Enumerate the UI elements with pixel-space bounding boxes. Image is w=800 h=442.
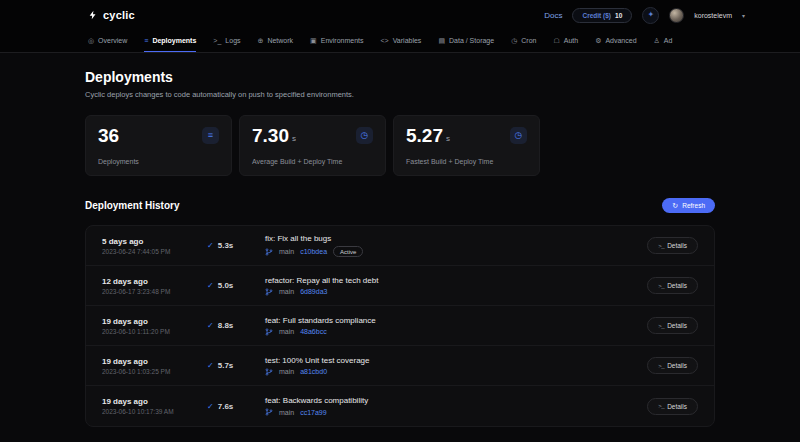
branch-name: main (279, 409, 294, 416)
terminal-icon: >_ (658, 283, 664, 289)
avatar[interactable] (669, 8, 684, 23)
refresh-icon: ↻ (672, 202, 678, 209)
details-button[interactable]: >_ Details (647, 357, 698, 374)
check-icon: ✓ (207, 321, 214, 330)
nav-tab-label: Cron (521, 37, 536, 44)
stat-value: 36 (98, 127, 119, 144)
nav-tab[interactable]: ⊕ Network (258, 30, 294, 53)
stat-value: 7.30 (252, 127, 289, 144)
details-label: Details (667, 282, 687, 289)
commit-message: refactor: Repay all the tech debt (265, 276, 647, 285)
relative-time: 5 days ago (102, 237, 207, 246)
page-title: Deployments (85, 69, 715, 85)
nav-tab[interactable]: ▣ Environments (310, 30, 363, 53)
git-branch-icon (265, 288, 273, 296)
stats-row: 36 ≡ Deployments 7.30 s ◷ (85, 115, 715, 176)
nav-tab-icon: ⚙ (595, 37, 601, 44)
stat-icon: ◷ (510, 127, 527, 144)
page-subtitle: Cyclic deploys changes to code automatic… (85, 90, 715, 99)
commit-message: feat: Backwards compatibility (265, 396, 647, 405)
details-button[interactable]: >_ Details (647, 317, 698, 334)
stat-card: 36 ≡ Deployments (85, 115, 232, 176)
nav-tab[interactable]: ◷ Cron (511, 30, 536, 53)
credit-badge[interactable]: Credit ($) 10 (572, 8, 632, 23)
relative-time: 19 days ago (102, 357, 207, 366)
sparkle-icon-button[interactable]: ✦ (642, 7, 659, 24)
check-icon: ✓ (207, 402, 214, 411)
branch-name: main (279, 288, 294, 295)
details-button[interactable]: >_ Details (647, 398, 698, 415)
details-label: Details (667, 242, 687, 249)
nav-tab-icon: >_ (213, 37, 221, 44)
build-duration: 5.3s (218, 241, 234, 250)
nav-tab[interactable]: ≡ Deployments (144, 30, 196, 53)
nav-tab-label: Network (267, 37, 293, 44)
stat-card: 7.30 s ◷ Average Build + Deploy Time (239, 115, 386, 176)
deployment-row: 19 days ago 2023-06-10 1:11:20 PM ✓ 8.8s… (86, 306, 714, 346)
timestamp: 2023-06-10 10:17:39 AM (102, 408, 207, 415)
check-icon: ✓ (207, 281, 214, 290)
git-branch-icon (265, 408, 273, 416)
nav-tab[interactable]: ☖ Auth (553, 30, 578, 53)
nav-tab-icon: ♙ (654, 37, 660, 44)
top-bar: cyclic Docs Credit ($) 10 ✦ korostelevm … (0, 0, 800, 30)
details-button[interactable]: >_ Details (647, 237, 698, 254)
chevron-down-icon[interactable]: ▾ (742, 12, 745, 19)
username[interactable]: korostelevm (694, 12, 732, 19)
nav-tab-label: Advanced (605, 37, 636, 44)
nav-tab-label: Environments (321, 37, 364, 44)
active-status-badge: Active (333, 246, 363, 257)
header-actions: Docs Credit ($) 10 ✦ korostelevm ▾ (544, 7, 745, 24)
nav-tab[interactable]: ◎ Overview (88, 30, 127, 53)
credit-value: 10 (615, 12, 622, 19)
nav-tab[interactable]: <> Variables (381, 30, 422, 53)
app-logo[interactable]: cyclic (88, 8, 135, 22)
nav-tab-icon: ⊕ (258, 37, 264, 44)
build-duration: 8.8s (218, 321, 234, 330)
nav-tab-label: Auth (564, 37, 578, 44)
relative-time: 19 days ago (102, 397, 207, 406)
build-duration: 5.0s (218, 281, 234, 290)
commit-hash-link[interactable]: 6d89da3 (300, 288, 327, 295)
stat-unit: s (292, 134, 296, 144)
details-label: Details (667, 322, 687, 329)
nav-tab-icon: ◎ (88, 37, 94, 44)
check-icon: ✓ (207, 361, 214, 370)
refresh-button[interactable]: ↻ Refresh (662, 198, 715, 213)
stat-label: Average Build + Deploy Time (252, 158, 373, 165)
main-content: Deployments Cyclic deploys changes to co… (85, 53, 715, 427)
docs-link[interactable]: Docs (544, 11, 562, 20)
commit-hash-link[interactable]: 48a6bcc (300, 328, 326, 335)
commit-hash-link[interactable]: a81cbd0 (300, 368, 327, 375)
nav-tab-label: Data / Storage (449, 37, 494, 44)
details-label: Details (667, 362, 687, 369)
relative-time: 12 days ago (102, 277, 207, 286)
stat-value: 5.27 (406, 127, 443, 144)
timestamp: 2023-06-10 1:03:25 PM (102, 368, 207, 375)
nav-tab[interactable]: ⚙ Advanced (595, 30, 636, 53)
timestamp: 2023-06-10 1:11:20 PM (102, 328, 207, 335)
git-branch-icon (265, 248, 273, 256)
credit-label: Credit ($) (582, 12, 611, 19)
deployment-history-list: 5 days ago 2023-06-24 7:44:05 PM ✓ 5.3s … (85, 225, 715, 427)
nav-tab[interactable]: >_ Logs (213, 30, 240, 53)
details-button[interactable]: >_ Details (647, 277, 698, 294)
deployment-row: 19 days ago 2023-06-10 1:03:25 PM ✓ 5.7s… (86, 346, 714, 386)
git-branch-icon (265, 328, 273, 336)
nav-tab-label: Logs (225, 37, 240, 44)
check-icon: ✓ (207, 241, 214, 250)
nav-tab-icon: ▤ (438, 37, 445, 44)
build-duration: 5.7s (218, 361, 234, 370)
nav-tab[interactable]: ▤ Data / Storage (438, 30, 494, 53)
commit-message: test: 100% Unit test coverage (265, 356, 647, 365)
commit-hash-link[interactable]: cc17a99 (300, 409, 326, 416)
main-nav: ◎ Overview ≡ Deployments >_ Logs ⊕ Netwo… (0, 30, 800, 53)
stat-unit: s (446, 134, 450, 144)
terminal-icon: >_ (658, 403, 664, 409)
nav-tab-label: Ad (664, 37, 673, 44)
branch-name: main (279, 248, 294, 255)
terminal-icon: >_ (658, 363, 664, 369)
commit-hash-link[interactable]: c10bdea (300, 248, 327, 255)
nav-tab[interactable]: ♙ Ad (654, 30, 673, 53)
commit-message: fix: Fix all the bugs (265, 234, 647, 243)
